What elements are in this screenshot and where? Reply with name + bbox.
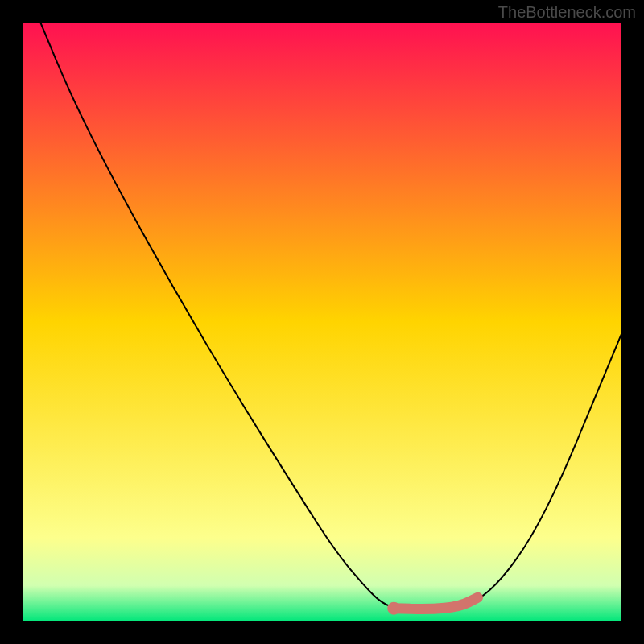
optimal-start-dot	[387, 602, 400, 615]
chart-frame: TheBottleneck.com	[0, 0, 644, 644]
plot-area	[23, 23, 621, 621]
watermark-text: TheBottleneck.com	[498, 3, 636, 22]
bottleneck-chart	[23, 23, 621, 621]
